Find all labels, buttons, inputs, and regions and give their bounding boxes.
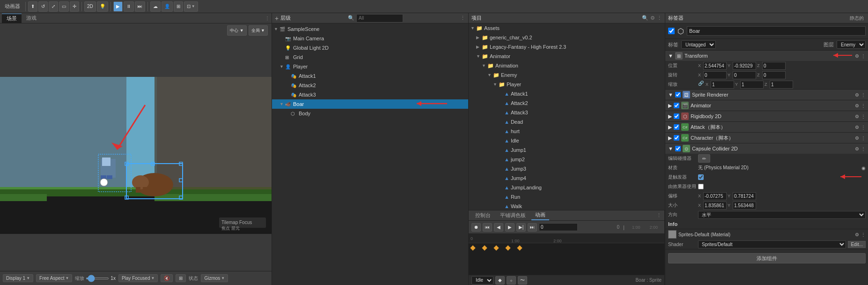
sr-settings-btn[interactable]: ⚙ xyxy=(855,92,859,98)
scale-slider[interactable] xyxy=(86,278,109,279)
proj-item-animator[interactable]: ▼ 📁 Animator xyxy=(469,52,665,61)
tab-console[interactable]: 控制台 xyxy=(471,211,494,220)
proj-item-run[interactable]: ▲ Run xyxy=(469,192,665,202)
anim-curve-btn[interactable]: 〜 xyxy=(518,276,527,285)
rotate-tool-btn[interactable]: ↺ xyxy=(38,1,48,12)
add-component-btn[interactable]: 添加组件 xyxy=(668,253,866,263)
anim-keyframe-tangent-btn[interactable]: ⬦ xyxy=(507,276,516,285)
capsule-more-btn[interactable]: ⋮ xyxy=(861,146,866,151)
tag-select[interactable]: Untagged xyxy=(681,40,716,49)
proj-item-enemy[interactable]: ▼ 📁 Enemy xyxy=(469,70,665,80)
anim-play-btn[interactable]: ▶ xyxy=(505,223,515,232)
transform-more-btn[interactable]: ⋮ xyxy=(861,53,866,59)
material-target-icon[interactable]: ◉ xyxy=(861,165,866,171)
proj-item-jump3[interactable]: ▲ Jump3 xyxy=(469,164,665,173)
display-btn[interactable]: Display 1 ▼ xyxy=(3,274,33,282)
proj-item-attack3[interactable]: ▲ Attack3 xyxy=(469,108,665,117)
gizmos-btn[interactable]: Gizmos ▼ xyxy=(201,274,228,282)
pos-z-input[interactable] xyxy=(762,62,786,70)
layout-btn[interactable]: ⊡ ▼ xyxy=(184,1,198,12)
character-script-header[interactable]: ▶ C# Character（脚本） ⚙ ⋮ xyxy=(665,133,868,143)
capsule-checkbox[interactable] xyxy=(675,146,681,151)
step-btn[interactable]: ⏭ xyxy=(135,1,145,12)
hierarchy-item-player[interactable]: ▼ 👤 Player xyxy=(272,62,468,71)
anim-prev-key-btn[interactable]: ⏮ xyxy=(483,223,492,232)
global-btn[interactable]: 全局 ▼ xyxy=(249,25,268,36)
rot-x-input[interactable] xyxy=(703,71,727,79)
aspect-btn[interactable]: Free Aspect ▼ xyxy=(36,274,72,282)
proj-item-idle[interactable]: ▲ Idle xyxy=(469,136,665,145)
play-focused-btn[interactable]: Play Focused ▼ xyxy=(118,274,158,282)
anim-add-keyframe-btn[interactable]: ◆ xyxy=(495,276,505,285)
attack-script-header[interactable]: ▶ C# Attack（脚本） ⚙ ⋮ xyxy=(665,122,868,132)
account-btn[interactable]: 👤 xyxy=(162,1,173,12)
char-checkbox[interactable] xyxy=(674,135,679,141)
attack-more-btn[interactable]: ⋮ xyxy=(861,125,866,130)
anim-more-btn[interactable]: ⋮ xyxy=(861,103,866,108)
scale-y-input[interactable] xyxy=(740,81,764,89)
scene-more-btn[interactable]: ⋮ xyxy=(265,15,270,21)
pause-btn[interactable]: ⏸ xyxy=(124,1,134,12)
rb2d-settings-btn[interactable]: ⚙ xyxy=(855,114,859,119)
scale-x-input[interactable] xyxy=(711,81,734,89)
hierarchy-item-globallight[interactable]: 💡 Global Light 2D xyxy=(272,43,468,52)
tab-animation[interactable]: 动画 xyxy=(531,210,549,220)
offset-x-input[interactable] xyxy=(703,192,727,200)
transform-header[interactable]: ▼ ⊞ Transform ⚙ ⋮ xyxy=(665,51,868,61)
layer-select[interactable]: Enemy xyxy=(837,40,866,49)
proj-item-jump4[interactable]: ▲ Jump4 xyxy=(469,173,665,183)
tab-scene[interactable]: 场景 xyxy=(2,14,22,23)
anim-next-key-btn[interactable]: ⏭ xyxy=(528,223,537,232)
anim-prev-frame-btn[interactable]: ◀ xyxy=(494,223,503,232)
rb2d-checkbox[interactable] xyxy=(674,113,679,119)
proj-item-attack1[interactable]: ▲ Attack1 xyxy=(469,89,665,98)
move-tool-btn[interactable]: ⬆ xyxy=(28,1,37,12)
direction-select[interactable]: 水平 xyxy=(698,211,866,219)
proj-item-generic[interactable]: ▶ 📁 generic_char_v0.2 xyxy=(469,33,665,42)
anim-clip-select[interactable]: Idle xyxy=(471,276,493,285)
object-active-checkbox[interactable] xyxy=(668,28,675,34)
size-y-input[interactable] xyxy=(733,202,756,210)
edit-collider-btn[interactable]: ✏ xyxy=(698,154,710,163)
animator-header[interactable]: ▶ 🎬 Animator ⚙ ⋮ xyxy=(665,100,868,111)
rot-y-input[interactable] xyxy=(733,71,756,79)
capsule-settings-btn[interactable]: ⚙ xyxy=(855,146,859,151)
rb2d-header[interactable]: ▶ ⬡ Rigidbody 2D ⚙ ⋮ xyxy=(665,111,868,121)
pos-x-input[interactable] xyxy=(703,62,727,70)
proj-item-walk[interactable]: ▲ Walk xyxy=(469,202,665,210)
char-settings-btn[interactable]: ⚙ xyxy=(855,135,859,141)
rb2d-more-btn[interactable]: ⋮ xyxy=(861,114,866,119)
hierarchy-item-maincamera[interactable]: 📷 Main Camera xyxy=(272,34,468,43)
object-name-input[interactable] xyxy=(687,26,866,36)
light-btn[interactable]: 💡 xyxy=(97,1,108,12)
hierarchy-item-body[interactable]: ⬡ Body xyxy=(272,109,468,118)
proj-item-jump2[interactable]: ▲ jump2 xyxy=(469,155,665,164)
capsule-header[interactable]: ▼ ⊙ Capsule Collider 2D ⚙ ⋮ xyxy=(665,143,868,154)
anim-settings-btn[interactable]: ⚙ xyxy=(855,103,859,108)
material-more-btn[interactable]: ⋮ xyxy=(861,232,866,237)
scale-tool-btn[interactable]: ⤢ xyxy=(49,1,58,12)
hierarchy-item-grid[interactable]: ⊞ Grid xyxy=(272,52,468,62)
transform-tool-btn[interactable]: ✛ xyxy=(70,1,79,12)
proj-item-jump1[interactable]: ▲ Jump1 xyxy=(469,145,665,155)
hierarchy-search-input[interactable] xyxy=(356,14,403,22)
offset-y-input[interactable] xyxy=(733,192,756,200)
settings-icon-project[interactable]: ⚙ xyxy=(650,15,655,21)
play-btn[interactable]: ▶ xyxy=(113,1,123,12)
size-x-input[interactable] xyxy=(703,202,727,210)
proj-item-player-anim[interactable]: ▼ 📁 Player xyxy=(469,80,665,89)
hierarchy-item-attack2[interactable]: 🎭 Attack2 xyxy=(272,81,468,90)
transform-settings-btn[interactable]: ⚙ xyxy=(855,53,859,59)
scale-z-input[interactable] xyxy=(770,81,793,89)
proj-item-legacy[interactable]: ▶ 📁 Legacy-Fantasy - High Forest 2.3 xyxy=(469,42,665,52)
hierarchy-item-attack1[interactable]: 🎭 Attack1 xyxy=(272,71,468,81)
scene-display-btn[interactable]: ⊞ xyxy=(176,274,186,282)
material-settings-btn[interactable]: ⚙ xyxy=(855,232,859,237)
services-btn[interactable]: ☁ xyxy=(150,1,161,12)
trigger-checkbox[interactable] xyxy=(698,174,704,180)
hierarchy-item-boar[interactable]: ▼ 🐗 Boar xyxy=(272,99,468,109)
attack-settings-btn[interactable]: ⚙ xyxy=(855,125,859,130)
mute-btn[interactable]: 🔇 xyxy=(161,274,173,282)
proj-item-dead[interactable]: ▲ Dead xyxy=(469,117,665,127)
shader-edit-btn[interactable]: Edit... xyxy=(848,241,866,248)
